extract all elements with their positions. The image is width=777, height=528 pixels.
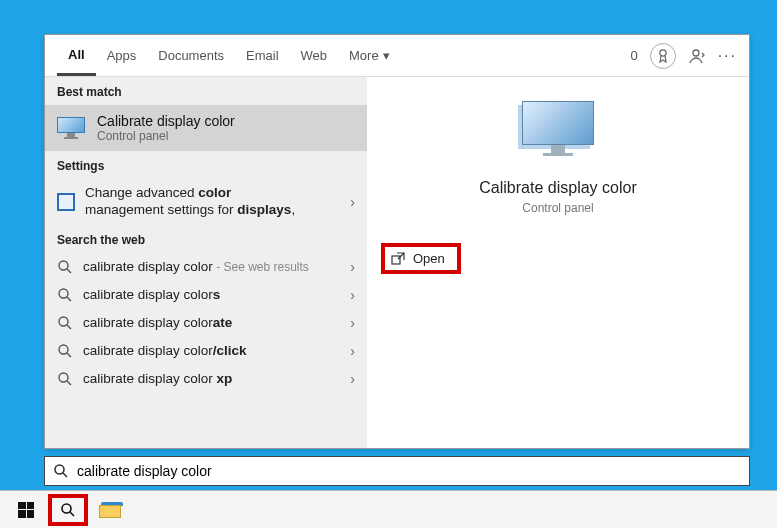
web-result[interactable]: calibrate display colorate ›	[45, 309, 367, 337]
svg-point-4	[59, 289, 68, 298]
tab-more[interactable]: More ▾	[338, 35, 401, 76]
search-input[interactable]	[77, 463, 741, 479]
search-web-header: Search the web	[45, 225, 367, 253]
web-result-text: calibrate display colors	[83, 287, 220, 302]
web-result-text: calibrate display color - See web result…	[83, 259, 309, 274]
account-icon[interactable]	[688, 47, 706, 65]
chevron-right-icon: ›	[350, 315, 355, 331]
web-result[interactable]: calibrate display colors ›	[45, 281, 367, 309]
svg-point-8	[59, 345, 68, 354]
windows-logo-icon	[18, 502, 34, 518]
search-icon	[60, 502, 76, 518]
web-result-text: calibrate display color/click	[83, 343, 247, 358]
svg-line-3	[67, 269, 71, 273]
tab-apps[interactable]: Apps	[96, 35, 148, 76]
search-icon	[57, 287, 73, 303]
best-match-subtitle: Control panel	[97, 129, 235, 143]
web-result-text: calibrate display color xp	[83, 371, 232, 386]
preview-subtitle: Control panel	[522, 201, 593, 215]
file-explorer-button[interactable]	[90, 494, 130, 526]
search-icon	[57, 371, 73, 387]
web-result-text: calibrate display colorate	[83, 315, 232, 330]
settings-header: Settings	[45, 151, 367, 179]
best-match-title: Calibrate display color	[97, 113, 235, 129]
result-preview-pane: Calibrate display color Control panel Op…	[367, 77, 749, 448]
windows-search-panel: All Apps Documents Email Web More ▾ 0 ··…	[44, 34, 750, 449]
svg-line-7	[67, 325, 71, 329]
taskbar-search-button[interactable]	[48, 494, 88, 526]
taskbar	[0, 490, 777, 528]
search-box[interactable]	[44, 456, 750, 486]
tab-email[interactable]: Email	[235, 35, 290, 76]
svg-point-15	[62, 504, 71, 513]
start-button[interactable]	[6, 494, 46, 526]
svg-line-16	[70, 512, 74, 516]
tab-documents[interactable]: Documents	[147, 35, 235, 76]
results-list: Best match Calibrate display color Contr…	[45, 77, 367, 448]
search-icon	[53, 463, 69, 479]
tab-all[interactable]: All	[57, 35, 96, 76]
search-icon	[57, 259, 73, 275]
settings-item-icon	[57, 193, 75, 211]
chevron-right-icon: ›	[350, 343, 355, 359]
web-result[interactable]: calibrate display color/click ›	[45, 337, 367, 365]
settings-result-text: Change advanced color management setting…	[85, 185, 305, 219]
chevron-right-icon: ›	[350, 287, 355, 303]
web-result[interactable]: calibrate display color xp ›	[45, 365, 367, 393]
open-icon	[391, 252, 405, 266]
svg-point-10	[59, 373, 68, 382]
svg-point-13	[55, 465, 64, 474]
chevron-right-icon: ›	[350, 259, 355, 275]
open-button[interactable]: Open	[381, 243, 461, 274]
preview-title: Calibrate display color	[479, 179, 636, 197]
search-icon	[57, 343, 73, 359]
svg-line-11	[67, 381, 71, 385]
svg-point-1	[693, 50, 699, 56]
web-result[interactable]: calibrate display color - See web result…	[45, 253, 367, 281]
svg-point-6	[59, 317, 68, 326]
best-match-header: Best match	[45, 77, 367, 105]
monitor-icon	[57, 117, 85, 139]
search-icon	[57, 315, 73, 331]
monitor-icon	[522, 101, 594, 161]
search-scope-tabs: All Apps Documents Email Web More ▾ 0 ··…	[45, 35, 749, 77]
rewards-icon[interactable]	[650, 43, 676, 69]
svg-point-0	[659, 49, 665, 55]
settings-result[interactable]: Change advanced color management setting…	[45, 179, 367, 225]
more-options-icon[interactable]: ···	[718, 47, 737, 65]
chevron-down-icon: ▾	[383, 48, 390, 63]
tab-more-label: More	[349, 48, 379, 63]
svg-line-9	[67, 353, 71, 357]
svg-line-5	[67, 297, 71, 301]
file-explorer-icon	[99, 502, 121, 518]
open-label: Open	[413, 251, 445, 266]
svg-point-2	[59, 261, 68, 270]
rewards-count: 0	[630, 48, 637, 63]
chevron-right-icon: ›	[350, 371, 355, 387]
chevron-right-icon: ›	[350, 194, 355, 210]
svg-rect-12	[392, 256, 400, 264]
best-match-result[interactable]: Calibrate display color Control panel	[45, 105, 367, 151]
tab-web[interactable]: Web	[290, 35, 339, 76]
svg-line-14	[63, 473, 67, 477]
